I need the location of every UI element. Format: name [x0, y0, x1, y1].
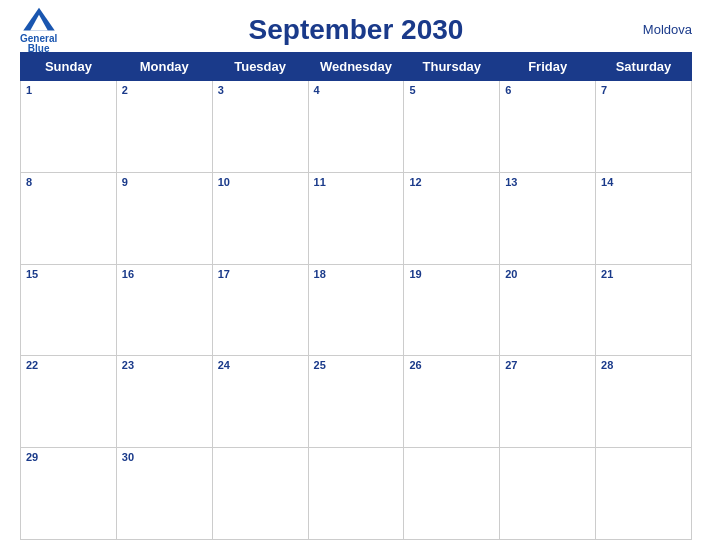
calendar-cell: 16	[116, 264, 212, 356]
calendar-cell: 10	[212, 172, 308, 264]
calendar-cell: 20	[500, 264, 596, 356]
day-number: 8	[26, 176, 111, 188]
calendar-cell: 23	[116, 356, 212, 448]
calendar-cell	[308, 448, 404, 540]
calendar-cell: 19	[404, 264, 500, 356]
calendar-cell: 14	[596, 172, 692, 264]
calendar-cell: 5	[404, 81, 500, 173]
day-number: 27	[505, 359, 590, 371]
day-number: 3	[218, 84, 303, 96]
calendar-cell: 28	[596, 356, 692, 448]
day-number: 17	[218, 268, 303, 280]
day-number: 19	[409, 268, 494, 280]
day-number: 10	[218, 176, 303, 188]
calendar-cell: 12	[404, 172, 500, 264]
header-friday: Friday	[500, 53, 596, 81]
header-sunday: Sunday	[21, 53, 117, 81]
calendar-cell: 22	[21, 356, 117, 448]
day-number: 13	[505, 176, 590, 188]
calendar-cell	[500, 448, 596, 540]
header-monday: Monday	[116, 53, 212, 81]
calendar-cell	[212, 448, 308, 540]
day-number: 16	[122, 268, 207, 280]
calendar-cell	[404, 448, 500, 540]
calendar-title: September 2030	[249, 14, 464, 46]
day-number: 7	[601, 84, 686, 96]
calendar-cell: 1	[21, 81, 117, 173]
header-tuesday: Tuesday	[212, 53, 308, 81]
day-number: 20	[505, 268, 590, 280]
day-number: 1	[26, 84, 111, 96]
calendar-cell: 7	[596, 81, 692, 173]
calendar-cell: 25	[308, 356, 404, 448]
calendar-cell: 26	[404, 356, 500, 448]
calendar-cell: 21	[596, 264, 692, 356]
header-wednesday: Wednesday	[308, 53, 404, 81]
calendar-cell: 18	[308, 264, 404, 356]
calendar-week-5: 2930	[21, 448, 692, 540]
calendar-header: General Blue September 2030 Moldova	[20, 14, 692, 46]
header-saturday: Saturday	[596, 53, 692, 81]
day-number: 9	[122, 176, 207, 188]
calendar-cell: 4	[308, 81, 404, 173]
day-number: 25	[314, 359, 399, 371]
calendar-week-2: 891011121314	[21, 172, 692, 264]
day-number: 21	[601, 268, 686, 280]
day-number: 15	[26, 268, 111, 280]
calendar-table: Sunday Monday Tuesday Wednesday Thursday…	[20, 52, 692, 540]
day-number: 28	[601, 359, 686, 371]
calendar-cell: 27	[500, 356, 596, 448]
calendar-week-1: 1234567	[21, 81, 692, 173]
calendar-cell: 11	[308, 172, 404, 264]
calendar-cell	[596, 448, 692, 540]
calendar-cell: 17	[212, 264, 308, 356]
day-number: 24	[218, 359, 303, 371]
calendar-cell: 9	[116, 172, 212, 264]
country-label: Moldova	[643, 22, 692, 37]
calendar-cell: 3	[212, 81, 308, 173]
calendar-cell: 8	[21, 172, 117, 264]
calendar-week-4: 22232425262728	[21, 356, 692, 448]
calendar-cell: 15	[21, 264, 117, 356]
day-number: 5	[409, 84, 494, 96]
calendar-cell: 30	[116, 448, 212, 540]
calendar-week-3: 15161718192021	[21, 264, 692, 356]
logo-text-blue: Blue	[28, 44, 50, 54]
calendar-cell: 29	[21, 448, 117, 540]
day-number: 30	[122, 451, 207, 463]
weekday-header-row: Sunday Monday Tuesday Wednesday Thursday…	[21, 53, 692, 81]
header-thursday: Thursday	[404, 53, 500, 81]
calendar-cell: 24	[212, 356, 308, 448]
day-number: 4	[314, 84, 399, 96]
day-number: 6	[505, 84, 590, 96]
day-number: 26	[409, 359, 494, 371]
day-number: 12	[409, 176, 494, 188]
day-number: 23	[122, 359, 207, 371]
calendar-cell: 6	[500, 81, 596, 173]
day-number: 22	[26, 359, 111, 371]
day-number: 14	[601, 176, 686, 188]
day-number: 18	[314, 268, 399, 280]
calendar-cell: 13	[500, 172, 596, 264]
generalblue-logo: General Blue	[20, 6, 57, 54]
day-number: 29	[26, 451, 111, 463]
day-number: 11	[314, 176, 399, 188]
day-number: 2	[122, 84, 207, 96]
calendar-cell: 2	[116, 81, 212, 173]
